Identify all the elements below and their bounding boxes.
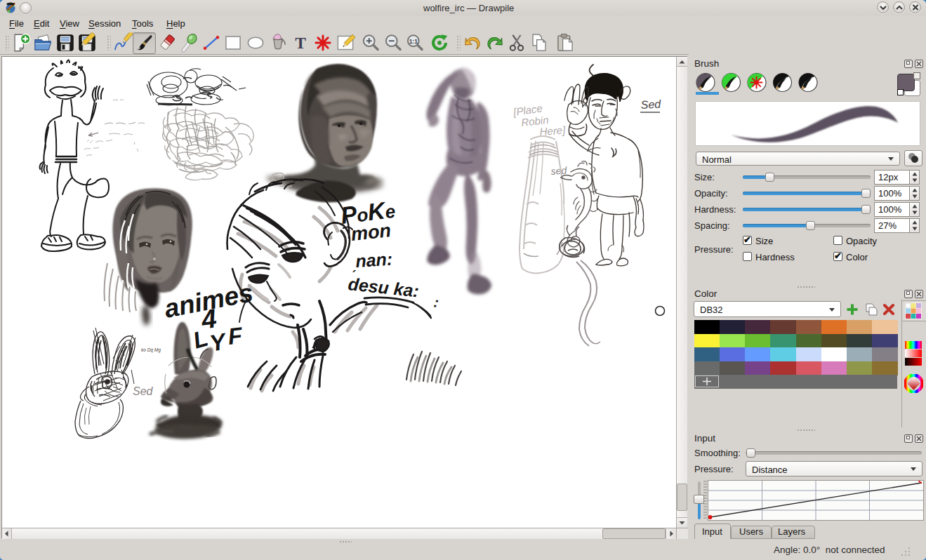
- svg-text:mon: mon: [350, 220, 392, 245]
- svg-text:F: F: [227, 322, 244, 349]
- svg-text:Sed: Sed: [640, 98, 661, 111]
- svg-text:Sed: Sed: [133, 385, 154, 397]
- svg-text:´: ´: [351, 269, 356, 283]
- svg-text:1:1: 1:1: [409, 38, 418, 45]
- svg-text:T: T: [295, 34, 306, 52]
- svg-text:nan:: nan:: [355, 248, 393, 271]
- svg-text:desu ka:: desu ka:: [347, 274, 420, 300]
- svg-text::: :: [432, 294, 439, 310]
- svg-text:ko Dq Mg: ko Dq Mg: [141, 347, 161, 353]
